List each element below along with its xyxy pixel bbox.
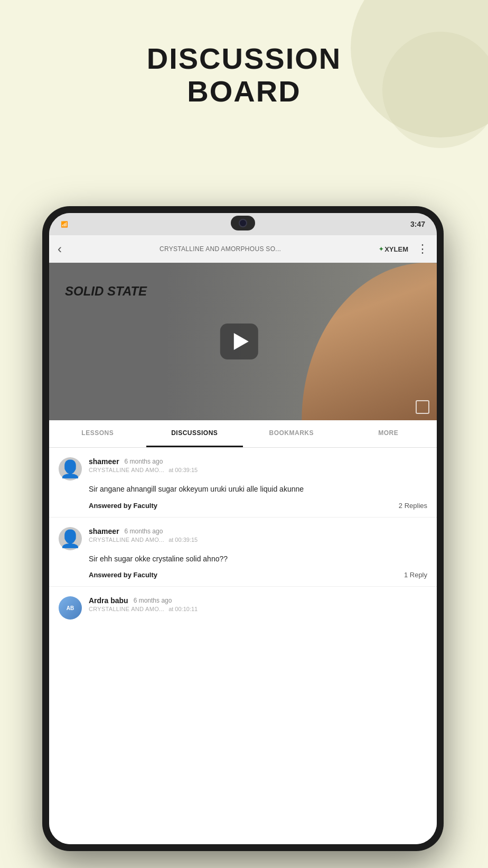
time-ago: 6 months ago xyxy=(125,458,163,465)
replies-count[interactable]: 1 Reply xyxy=(404,571,427,579)
play-button[interactable] xyxy=(220,324,258,359)
answered-badge: Answered by Faculty xyxy=(89,571,157,579)
lesson-time: at 00:10:11 xyxy=(168,606,198,612)
lesson-time: at 00:39:15 xyxy=(168,537,198,543)
tab-more[interactable]: MORE xyxy=(340,420,437,447)
discussion-body: Sir angane ahnangill sugar okkeyum uruki… xyxy=(59,484,427,495)
page-title-line2: BOARD xyxy=(0,75,488,108)
answered-badge: Answered by Faculty xyxy=(89,502,157,510)
phone-frame: 📶 3:47 ‹ CRYSTALLINE AND AMORPHOUS SO...… xyxy=(42,206,444,851)
lesson-ref: CRYSTALLINE AND AMO... xyxy=(89,537,164,543)
lesson-ref: CRYSTALLINE AND AMO... xyxy=(89,467,164,473)
page-title-line1: DISCUSSION xyxy=(0,42,488,75)
video-header-title: CRYSTALLINE AND AMORPHOUS SO... xyxy=(67,245,373,253)
phone-screen: 📶 3:47 ‹ CRYSTALLINE AND AMORPHOUS SO...… xyxy=(49,213,437,844)
user-meta: Ardra babu 6 months ago CRYSTALLINE AND … xyxy=(89,596,427,612)
back-button[interactable]: ‹ xyxy=(58,242,62,256)
user-name: shameer xyxy=(89,457,119,466)
discussion-item: 👤 shameer 6 months ago CRYSTALLINE AND A… xyxy=(49,448,437,518)
discussion-body: Sir ehh sugar okke crystaline solid ahno… xyxy=(59,553,427,565)
avatar: 👤 xyxy=(59,527,82,550)
tab-lessons[interactable]: LESSONS xyxy=(49,420,146,447)
fullscreen-button[interactable] xyxy=(416,400,429,414)
discussion-item: 👤 shameer 6 months ago CRYSTALLINE AND A… xyxy=(49,518,437,587)
time-ago: 6 months ago xyxy=(125,528,163,535)
status-time: 3:47 xyxy=(410,220,425,228)
tab-discussions[interactable]: DISCUSSIONS xyxy=(146,420,243,447)
avatar: 👤 xyxy=(59,457,82,481)
more-menu-button[interactable]: ⋮ xyxy=(417,242,428,256)
replies-count[interactable]: 2 Replies xyxy=(399,502,427,510)
user-meta: shameer 6 months ago CRYSTALLINE AND AMO… xyxy=(89,457,427,473)
tabs-bar: LESSONS DISCUSSIONS BOOKMARKS MORE xyxy=(49,420,437,448)
user-meta: shameer 6 months ago CRYSTALLINE AND AMO… xyxy=(89,527,427,543)
solid-state-label: SOLID STATE xyxy=(65,284,147,299)
user-name: Ardra babu xyxy=(89,596,128,605)
status-left: 📶 xyxy=(61,221,68,228)
video-player[interactable]: SOLID STATE xyxy=(49,263,437,420)
camera-dot xyxy=(239,219,247,227)
camera-notch xyxy=(231,216,255,230)
discussion-list: 👤 shameer 6 months ago CRYSTALLINE AND A… xyxy=(49,448,437,844)
discussion-item: AB Ardra babu 6 months ago CRYSTALLINE A… xyxy=(49,587,437,628)
user-name: shameer xyxy=(89,527,119,535)
time-ago: 6 months ago xyxy=(134,597,172,604)
lesson-time: at 00:39:15 xyxy=(168,467,198,473)
lesson-ref: CRYSTALLINE AND AMO... xyxy=(89,606,164,612)
play-icon xyxy=(234,333,249,350)
video-header-bar: ‹ CRYSTALLINE AND AMORPHOUS SO... ✦ XYLE… xyxy=(49,235,437,263)
xylem-logo: ✦ XYLEM xyxy=(379,245,408,253)
avatar: AB xyxy=(59,596,82,620)
discussion-footer: Answered by Faculty 2 Replies xyxy=(59,502,427,510)
tab-bookmarks[interactable]: BOOKMARKS xyxy=(243,420,340,447)
status-bar: 📶 3:47 xyxy=(49,213,437,235)
discussion-footer: Answered by Faculty 1 Reply xyxy=(59,571,427,579)
